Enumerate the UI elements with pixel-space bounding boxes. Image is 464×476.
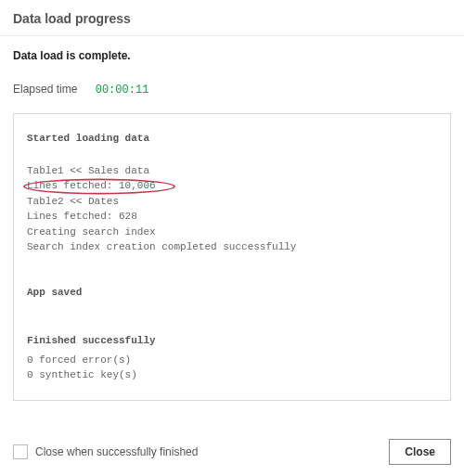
dialog-header: Data load progress	[0, 0, 464, 36]
status-area: Data load is complete.	[0, 36, 464, 68]
dialog-title: Data load progress	[13, 11, 451, 26]
log-section-finished: Finished successfully	[27, 333, 437, 349]
load-log: Started loading data Table1 << Sales dat…	[13, 113, 451, 401]
status-message: Data load is complete.	[13, 49, 451, 62]
log-line: 0 forced error(s)	[27, 353, 437, 368]
log-line: Lines fetched: 628	[27, 209, 437, 225]
log-line-highlighted: Lines fetched: 10,006	[27, 178, 437, 194]
log-line: 0 synthetic key(s)	[27, 367, 437, 383]
elapsed-time-label: Elapsed time	[13, 83, 77, 96]
close-button[interactable]: Close	[389, 439, 451, 465]
close-when-finished-text: Close when successfully finished	[35, 445, 198, 458]
log-line: Table1 << Sales data	[27, 163, 437, 179]
log-section-app-saved: App saved	[27, 285, 437, 301]
elapsed-time-value: 00:00:11	[96, 84, 149, 96]
log-line: Search index creation completed successf…	[27, 239, 437, 255]
log-line: Creating search index	[27, 225, 437, 240]
elapsed-time-row: Elapsed time 00:00:11	[0, 68, 464, 106]
close-when-finished-checkbox[interactable]	[13, 444, 28, 459]
log-section-started: Started loading data	[27, 131, 437, 147]
dialog-footer: Close when successfully finished Close	[0, 430, 464, 476]
log-line: Table2 << Dates	[27, 194, 437, 210]
close-when-finished-label[interactable]: Close when successfully finished	[13, 444, 198, 459]
